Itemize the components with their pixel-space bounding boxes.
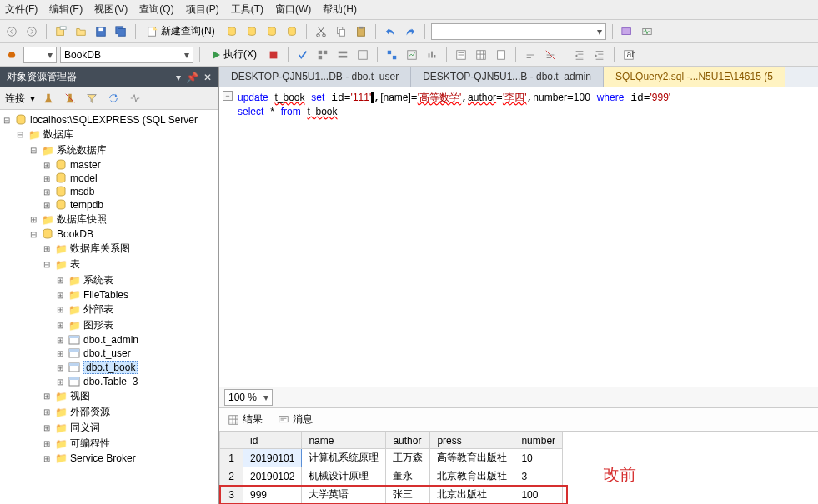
- tab-results[interactable]: 结果: [224, 411, 266, 428]
- tree-filetables[interactable]: ⊞📁FileTables: [0, 288, 218, 302]
- connect-label[interactable]: 连接: [5, 92, 25, 106]
- tree-external-resources[interactable]: ⊞📁外部资源: [0, 404, 218, 420]
- live-stats-button[interactable]: [404, 47, 420, 63]
- table-row[interactable]: 2 20190102 机械设计原理 董永 北京教育出版社 3: [220, 467, 563, 486]
- tree-databases[interactable]: ⊟📁数据库: [0, 127, 218, 142]
- undo-button[interactable]: [382, 23, 399, 40]
- results-grid-button[interactable]: [473, 47, 489, 63]
- col-number[interactable]: number: [514, 432, 563, 449]
- save-button[interactable]: [93, 23, 109, 40]
- tree-synonyms[interactable]: ⊞📁同义词: [0, 420, 218, 436]
- menu-edit[interactable]: 编辑(E): [49, 2, 83, 17]
- db-icon-4[interactable]: [284, 23, 300, 40]
- open-file-button[interactable]: [73, 23, 89, 40]
- menu-help[interactable]: 帮助(H): [323, 2, 357, 17]
- toolbar-use-db-combo[interactable]: [23, 47, 57, 63]
- disconnect-icon[interactable]: [62, 90, 78, 107]
- svg-rect-31: [429, 53, 430, 57]
- specify-values-button[interactable]: ab: [620, 47, 637, 63]
- db-icon-2[interactable]: [243, 23, 260, 40]
- tree-snapshot[interactable]: ⊞📁数据库快照: [0, 212, 218, 227]
- results-text-button[interactable]: [453, 47, 469, 63]
- activity-monitor-icon[interactable]: [639, 23, 655, 40]
- cut-button[interactable]: [313, 23, 329, 40]
- redo-button[interactable]: [402, 23, 419, 40]
- results-grid[interactable]: id name author press number 1 20190101 计…: [219, 432, 563, 504]
- menu-project[interactable]: 项目(P): [186, 2, 219, 17]
- tab-t-user[interactable]: DESKTOP-QJN5U1...DB - dbo.t_user: [219, 67, 411, 87]
- use-db-icon[interactable]: [3, 47, 20, 63]
- parse-button[interactable]: [294, 47, 311, 63]
- estimated-plan-button[interactable]: [314, 47, 331, 63]
- tree-programmability[interactable]: ⊞📁可编程性: [0, 436, 218, 452]
- indent-button[interactable]: [571, 47, 588, 63]
- menu-file[interactable]: 文件(F): [5, 2, 38, 17]
- intellisense-button[interactable]: [354, 47, 371, 63]
- tree-t-user[interactable]: ⊞dbo.t_user: [0, 347, 218, 360]
- db-icon-3[interactable]: [263, 23, 280, 40]
- refresh-icon[interactable]: [105, 90, 122, 107]
- tree-t-book[interactable]: ⊞dbo.t_book: [0, 360, 218, 375]
- col-author[interactable]: author: [386, 432, 430, 449]
- tree-master[interactable]: ⊞master: [0, 158, 218, 172]
- new-project-button[interactable]: [53, 23, 69, 40]
- back-button[interactable]: [3, 23, 20, 40]
- menu-window[interactable]: 窗口(W): [275, 2, 311, 17]
- db-engine-query-icon[interactable]: [223, 23, 240, 40]
- tree-t-admin[interactable]: ⊞dbo.t_admin: [0, 333, 218, 347]
- tree-exttables[interactable]: ⊞📁外部表: [0, 302, 218, 317]
- table-row[interactable]: 3 999 大学英语 张三 北京出版社 100: [220, 486, 563, 504]
- copy-button[interactable]: [333, 23, 349, 40]
- tree-sysdb[interactable]: ⊟📁系统数据库: [0, 142, 218, 158]
- save-all-button[interactable]: [113, 23, 129, 40]
- outdent-button[interactable]: [591, 47, 608, 63]
- tree-views[interactable]: ⊞📁视图: [0, 388, 218, 404]
- forward-button[interactable]: [23, 23, 40, 40]
- query-options-button[interactable]: [334, 47, 351, 63]
- sql-editor[interactable]: −update t_book set id='111'|,[name]='高等数…: [219, 87, 818, 387]
- paste-button[interactable]: [353, 23, 369, 40]
- col-id[interactable]: id: [243, 432, 302, 449]
- menu-query[interactable]: 查询(Q): [139, 2, 173, 17]
- stop-button[interactable]: [265, 47, 282, 63]
- svg-text:ab: ab: [626, 49, 635, 59]
- menu-view[interactable]: 视图(V): [94, 2, 128, 17]
- tree-table3[interactable]: ⊞dbo.Table_3: [0, 375, 218, 388]
- tree-service-broker[interactable]: ⊞📁Service Broker: [0, 452, 218, 465]
- tree-server[interactable]: ⊟localhost\SQLEXPRESS (SQL Server: [0, 113, 218, 127]
- comment-button[interactable]: [522, 47, 539, 63]
- stop-refresh-icon[interactable]: [127, 90, 143, 107]
- table-row[interactable]: 1 20190101 计算机系统原理 王万森 高等教育出版社 10: [220, 449, 563, 467]
- close-panel-icon[interactable]: ✕: [203, 72, 212, 83]
- tree-msdb[interactable]: ⊞msdb: [0, 185, 218, 198]
- tree-bookdb[interactable]: ⊟BookDB: [0, 227, 218, 241]
- col-name[interactable]: name: [302, 432, 386, 449]
- tree-tables[interactable]: ⊟📁表: [0, 257, 218, 272]
- database-selector[interactable]: BookDB: [60, 47, 193, 63]
- tree-tempdb[interactable]: ⊞tempdb: [0, 198, 218, 212]
- menu-tools[interactable]: 工具(T): [231, 2, 263, 17]
- execute-button[interactable]: 执行(X): [206, 46, 262, 63]
- actual-plan-button[interactable]: [384, 47, 400, 63]
- zoom-combo[interactable]: 100 %: [224, 389, 273, 406]
- dropdown-icon[interactable]: ▾: [176, 72, 181, 83]
- results-file-button[interactable]: [493, 47, 509, 63]
- tree-model[interactable]: ⊞model: [0, 172, 218, 185]
- tab-messages[interactable]: 消息: [274, 411, 316, 428]
- tree-systables[interactable]: ⊞📁系统表: [0, 272, 218, 288]
- pin-icon[interactable]: 📌: [186, 72, 198, 83]
- tab-sqlquery2[interactable]: SQLQuery2.sql -...N5U1E\14615 (5: [604, 67, 785, 87]
- filter-icon[interactable]: [83, 90, 100, 107]
- uncomment-button[interactable]: [542, 47, 559, 63]
- connect-icon[interactable]: [40, 90, 57, 107]
- col-press[interactable]: press: [430, 432, 514, 449]
- new-query-button[interactable]: 新建查询(N): [142, 22, 220, 40]
- object-explorer-tree[interactable]: ⊟localhost\SQLEXPRESS (SQL Server ⊟📁数据库 …: [0, 110, 218, 504]
- outline-collapse-icon[interactable]: −: [223, 91, 233, 101]
- find-button[interactable]: [619, 23, 635, 40]
- toolbar-combo-solution[interactable]: [431, 23, 606, 40]
- tree-graphtables[interactable]: ⊞📁图形表: [0, 317, 218, 333]
- client-stats-button[interactable]: [424, 47, 440, 63]
- tab-t-admin[interactable]: DESKTOP-QJN5U1...B - dbo.t_admin: [411, 67, 604, 87]
- tree-db-diagram[interactable]: ⊞📁数据库关系图: [0, 241, 218, 257]
